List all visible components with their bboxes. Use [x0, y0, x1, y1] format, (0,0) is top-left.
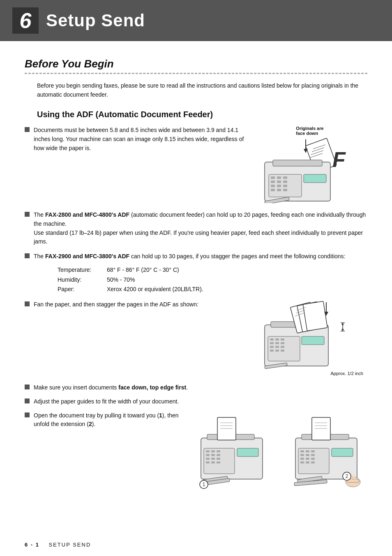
bullet7-text-area: Open the document tray by pulling it tow…	[25, 411, 195, 435]
svg-rect-68	[211, 454, 215, 456]
svg-rect-90	[311, 450, 315, 452]
svg-rect-33	[281, 342, 284, 344]
condition-label-humidity: Humidity:	[58, 275, 107, 285]
svg-rect-38	[275, 350, 279, 352]
svg-rect-65	[211, 450, 215, 452]
svg-rect-73	[206, 461, 210, 463]
svg-text:F: F	[332, 148, 346, 171]
svg-rect-64	[206, 450, 210, 452]
svg-rect-100	[332, 448, 353, 456]
chapter-number: 6	[20, 10, 32, 31]
svg-rect-16	[283, 181, 287, 183]
condition-row-humidity: Humidity: 50% - 70%	[58, 275, 367, 285]
svg-rect-72	[217, 458, 220, 460]
svg-line-4	[312, 148, 324, 152]
svg-rect-74	[211, 461, 215, 463]
svg-rect-75	[217, 461, 220, 463]
svg-rect-59	[217, 417, 236, 440]
bullet6-text: Adjust the paper guides to fit the width…	[34, 397, 179, 406]
bullet7-square	[25, 412, 30, 417]
svg-line-107	[354, 476, 355, 479]
stagger-fax-illustration	[256, 300, 367, 370]
svg-rect-76	[237, 448, 258, 456]
svg-rect-19	[283, 185, 287, 187]
approx-label: Approx. 1/2 inch	[331, 371, 368, 376]
condition-row-temp: Temperature: 68° F - 86° F (20° C - 30° …	[58, 265, 367, 275]
footer-page-ref: 6 - 1 SETUP SEND	[25, 542, 91, 548]
bullet1-text: Documents must be between 5.8 and 8.5 in…	[34, 126, 244, 153]
svg-rect-91	[300, 454, 304, 456]
condition-row-paper: Paper: Xerox 4200 or equivalent (20LB/LT…	[58, 285, 367, 294]
svg-rect-9	[273, 160, 322, 166]
bullet2-text: The FAX-2800 and MFC-4800's ADF (automat…	[34, 211, 367, 246]
bullet4-text: Fan the paper, and then stagger the page…	[34, 300, 198, 309]
svg-rect-37	[270, 350, 274, 352]
main-content: Before You Begin Before you begin sendin…	[0, 58, 392, 496]
svg-rect-83	[312, 417, 330, 440]
svg-rect-11	[271, 176, 275, 179]
bullet-item-7: Open the document tray by pulling it tow…	[25, 411, 367, 496]
bullet6-square	[25, 398, 30, 403]
bullet1-content: Documents must be between 5.8 and 8.5 in…	[25, 126, 244, 153]
svg-rect-23	[304, 174, 326, 183]
svg-rect-29	[275, 338, 279, 341]
svg-rect-20	[271, 189, 275, 191]
subsection-heading: Using the ADF (Automatic Document Feeder…	[25, 110, 367, 119]
bullet-item-3: The FAX-2900 and MFC-3800's ADF can hold…	[25, 252, 367, 261]
bullet2-square	[25, 212, 30, 217]
svg-rect-70	[206, 458, 210, 460]
fax-illustration-1: F	[256, 137, 363, 203]
bullet4-content: Fan the paper, and then stagger the page…	[25, 300, 244, 309]
svg-rect-94	[300, 458, 304, 460]
svg-line-5	[311, 151, 323, 155]
bullet1-image-area: Originals areface down F	[252, 126, 367, 203]
svg-rect-93	[311, 454, 315, 456]
fax-image-label: Originals areface down	[296, 126, 323, 136]
svg-rect-66	[217, 450, 220, 452]
svg-rect-98	[306, 461, 309, 463]
bullet4-text-area: Fan the paper, and then stagger the page…	[25, 300, 244, 315]
conditions-table: Temperature: 68° F - 86° F (20° C - 30° …	[58, 265, 367, 294]
chapter-number-box: 6	[12, 7, 39, 34]
svg-rect-14	[271, 181, 275, 183]
svg-rect-95	[306, 458, 309, 460]
bullet1-square	[25, 127, 30, 132]
svg-rect-28	[270, 338, 274, 341]
page: 6 Setup Send Before You Begin Before you…	[0, 0, 392, 556]
svg-rect-34	[270, 346, 274, 348]
condition-value-temp: 68° F - 86° F (20° C - 30° C)	[107, 265, 179, 275]
svg-rect-32	[275, 342, 279, 344]
svg-rect-39	[281, 350, 284, 352]
bullet-item-4: Fan the paper, and then stagger the page…	[25, 300, 367, 376]
svg-rect-17	[271, 185, 275, 187]
svg-rect-88	[300, 450, 304, 452]
condition-label-paper: Paper:	[58, 285, 107, 294]
svg-rect-18	[277, 185, 281, 187]
chapter-header: 6 Setup Send	[0, 0, 392, 41]
bullet-item-2: The FAX-2800 and MFC-4800's ADF (automat…	[25, 211, 367, 246]
svg-rect-22	[283, 189, 287, 191]
svg-rect-69	[217, 454, 220, 456]
svg-rect-30	[281, 338, 284, 341]
bullet4-square	[25, 301, 30, 306]
svg-rect-89	[306, 450, 309, 452]
svg-rect-21	[277, 189, 281, 191]
svg-rect-15	[277, 181, 281, 183]
stagger-illustration-area: Approx. 1/2 inch	[252, 300, 367, 376]
bullet-item-6: Adjust the paper guides to fit the width…	[25, 397, 367, 406]
section-heading: Before You Begin	[25, 58, 367, 70]
svg-rect-97	[300, 461, 304, 463]
chapter-title: Setup Send	[46, 11, 145, 30]
bullet-item-1: Documents must be between 5.8 and 8.5 in…	[25, 126, 367, 203]
svg-rect-67	[206, 454, 210, 456]
fax-illustration-bottom-2: 2	[289, 415, 367, 491]
bullet7-images-area: 1	[195, 411, 367, 496]
footer: 6 - 1 SETUP SEND	[25, 542, 91, 548]
svg-rect-31	[270, 342, 274, 344]
bullet5-square	[25, 385, 30, 389]
svg-rect-44	[303, 301, 327, 331]
condition-value-humidity: 50% - 70%	[107, 275, 135, 285]
svg-text:1: 1	[203, 482, 205, 487]
bullet7-content: Open the document tray by pulling it tow…	[25, 411, 195, 429]
bottom-illustrations: 1	[195, 415, 367, 491]
